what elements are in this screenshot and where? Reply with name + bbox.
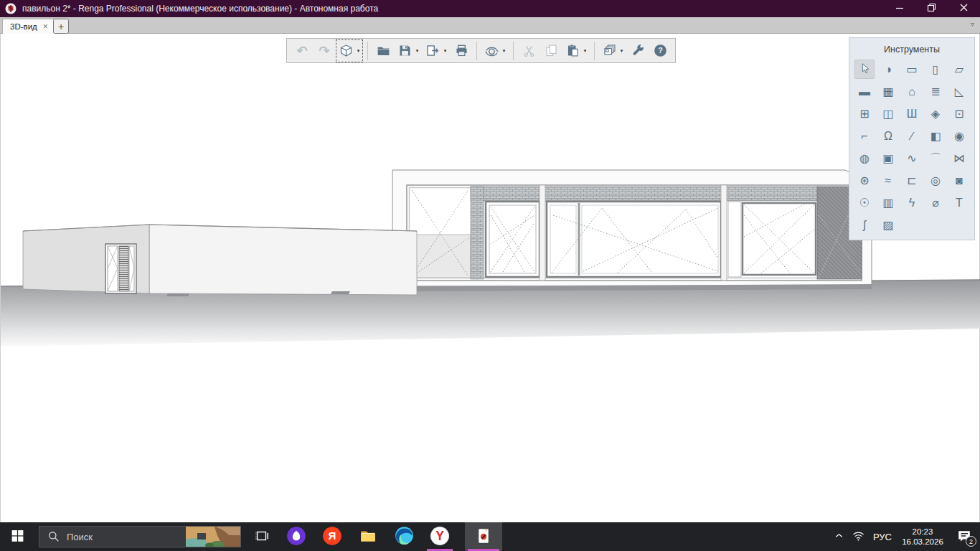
print-button[interactable] bbox=[452, 41, 471, 61]
tool-truss[interactable]: ◈ bbox=[925, 104, 946, 123]
taskbar-app-renga[interactable] bbox=[465, 522, 502, 551]
tool-text[interactable]: T bbox=[949, 193, 969, 212]
taskbar-app-alice[interactable] bbox=[286, 522, 307, 551]
tray-chevron-button[interactable] bbox=[829, 522, 848, 551]
tool-assembly[interactable]: ⊡ bbox=[949, 104, 969, 123]
tool-pipe-accessory[interactable]: ⋈ bbox=[949, 149, 969, 168]
tab-overflow-icon[interactable]: ▿ bbox=[971, 20, 974, 28]
tool-wiring-route[interactable]: ϟ bbox=[902, 193, 922, 212]
electrical-socket-icon: ◙ bbox=[956, 175, 963, 187]
floor-icon: ▬ bbox=[859, 86, 870, 98]
dropdown-arrow-icon[interactable]: ▾ bbox=[618, 48, 625, 54]
tool-pipe-route[interactable]: ∿ bbox=[902, 149, 922, 168]
tab-3d-view[interactable]: 3D-вид × bbox=[2, 19, 55, 34]
tool-electrical-panel[interactable]: ▥ bbox=[878, 193, 898, 212]
tool-stairs[interactable]: ≣ bbox=[925, 82, 946, 101]
tool-floor[interactable]: ▬ bbox=[854, 82, 875, 101]
tab-close-icon[interactable]: × bbox=[43, 22, 48, 32]
search-input[interactable]: Поиск bbox=[39, 526, 241, 547]
tools-panel: Инструменты ◑▭▯▱▬▦⌂≣◺⊞◫Ш◈⊡⌐Ω∕◧◉◍▣∿⌒⋈⊛≈⊏◎… bbox=[849, 37, 975, 240]
folder-icon bbox=[374, 42, 392, 60]
tool-sanitary-equipment[interactable]: ▣ bbox=[878, 149, 898, 168]
tool-electrical-socket[interactable]: ◙ bbox=[949, 171, 969, 190]
tool-route-curve[interactable]: ʃ bbox=[854, 215, 875, 235]
taskbar-app-edge[interactable] bbox=[393, 522, 415, 551]
tool-duct-route[interactable]: ≈ bbox=[878, 171, 898, 190]
settings-button[interactable] bbox=[628, 41, 647, 61]
tool-hatch[interactable]: ▨ bbox=[878, 215, 898, 235]
dropdown-arrow-icon[interactable]: ▾ bbox=[501, 48, 507, 54]
tool-pipe-fitting[interactable]: ⌒ bbox=[925, 149, 946, 168]
taskbar-app-yandex-browser[interactable]: Y bbox=[429, 522, 451, 551]
tool-window[interactable]: ⊞ bbox=[854, 104, 875, 123]
tool-axis-line[interactable]: ∕ bbox=[902, 126, 922, 146]
tool-equipment[interactable]: ◧ bbox=[925, 126, 946, 146]
tool-isolated-foundation[interactable]: Ω bbox=[878, 126, 898, 146]
wifi-button[interactable] bbox=[848, 522, 868, 551]
tool-duct-accessory[interactable]: ◎ bbox=[925, 171, 946, 190]
tool-ventilation-equipment[interactable]: ⊛ bbox=[854, 171, 875, 190]
dropdown-arrow-icon[interactable]: ▾ bbox=[414, 48, 420, 54]
tool-door[interactable]: ◫ bbox=[878, 104, 898, 123]
undo-icon: ↶ bbox=[293, 42, 311, 60]
yandex-start-icon: Я bbox=[322, 526, 342, 548]
cut-button[interactable] bbox=[519, 41, 538, 61]
tool-object-styles[interactable]: ◑ bbox=[878, 60, 898, 79]
new-tab-button[interactable]: + bbox=[53, 19, 69, 34]
dimension-icon: ⌀ bbox=[932, 197, 939, 209]
tool-beam[interactable]: ▱ bbox=[949, 60, 969, 79]
language-indicator[interactable]: РУС bbox=[868, 522, 897, 551]
dropdown-arrow-icon[interactable]: ▾ bbox=[442, 48, 448, 54]
svg-text:Y: Y bbox=[435, 528, 444, 542]
tool-column[interactable]: ▯ bbox=[925, 60, 946, 79]
weather-widget-image[interactable] bbox=[186, 527, 240, 547]
start-button[interactable] bbox=[0, 522, 34, 551]
taskbar-app-yandex-start[interactable]: Я bbox=[321, 522, 343, 551]
view-3d-button[interactable]: ▾ bbox=[337, 41, 362, 61]
tool-roof[interactable]: ⌂ bbox=[902, 82, 922, 101]
taskbar-app-file-explorer[interactable] bbox=[357, 522, 379, 551]
file-explorer-icon bbox=[359, 527, 377, 547]
orbit-button[interactable]: ▾ bbox=[483, 41, 507, 61]
sanitary-equipment-icon: ▣ bbox=[882, 153, 893, 164]
system-tray: РУС 20:2316.03.2026 2 bbox=[829, 522, 980, 551]
tool-plumbing-fixture[interactable]: ◍ bbox=[854, 149, 875, 168]
tool-dimension[interactable]: ⌀ bbox=[925, 193, 946, 212]
paste-button[interactable]: ▾ bbox=[564, 41, 588, 61]
alice-icon bbox=[286, 526, 306, 548]
tool-ramp[interactable]: ◺ bbox=[949, 82, 969, 101]
save-button[interactable]: ▾ bbox=[396, 41, 420, 61]
window-icon: ⊞ bbox=[859, 108, 869, 120]
toolbar-separator bbox=[513, 42, 514, 60]
tool-railing[interactable]: Ш bbox=[902, 104, 922, 123]
tool-mep-equipment[interactable]: ◉ bbox=[949, 126, 969, 146]
drawings-button[interactable]: ▾ bbox=[600, 41, 625, 61]
dropdown-arrow-icon[interactable]: ▾ bbox=[582, 48, 588, 54]
tool-light-fixture[interactable]: ☉ bbox=[854, 193, 875, 212]
close-button[interactable] bbox=[948, 0, 980, 17]
restore-button[interactable] bbox=[915, 0, 948, 17]
axis-line-icon: ∕ bbox=[911, 131, 913, 142]
export-button[interactable]: ▾ bbox=[424, 41, 448, 61]
notification-center-button[interactable]: 2 bbox=[948, 522, 980, 551]
copy-button[interactable] bbox=[542, 41, 560, 61]
dropdown-arrow-icon[interactable]: ▾ bbox=[355, 48, 362, 54]
redo-button[interactable]: ↷ bbox=[315, 41, 334, 61]
paste-icon bbox=[564, 42, 581, 60]
tool-duct-fitting[interactable]: ⊏ bbox=[902, 171, 922, 190]
clock[interactable]: 20:2316.03.2026 bbox=[897, 522, 948, 551]
3d-viewport[interactable] bbox=[1, 34, 980, 522]
print-icon bbox=[453, 42, 470, 60]
open-button[interactable] bbox=[374, 41, 392, 61]
minimize-button[interactable] bbox=[883, 0, 915, 17]
tool-foundation-slab[interactable]: ▦ bbox=[878, 82, 898, 101]
tool-wall[interactable]: ▭ bbox=[902, 60, 922, 79]
desktop: павильон 2* - Renga Professional (Некомм… bbox=[0, 0, 980, 551]
tool-select[interactable] bbox=[854, 60, 875, 79]
undo-button[interactable]: ↶ bbox=[293, 41, 311, 61]
help-button[interactable]: ? bbox=[651, 41, 669, 61]
text-icon: T bbox=[956, 197, 963, 209]
railing-icon: Ш bbox=[907, 108, 918, 120]
tool-plate[interactable]: ⌐ bbox=[854, 126, 875, 146]
task-view-button[interactable] bbox=[248, 522, 276, 551]
